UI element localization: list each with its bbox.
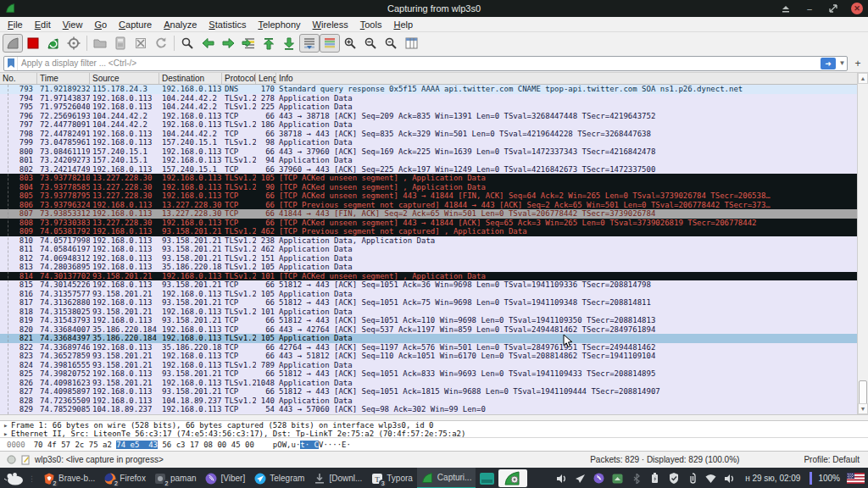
detail-ethernet-row[interactable]: ▸Ethernet II, Src: LiteonTe_56:c3:17 (74…	[3, 430, 868, 437]
packet-bytes-pane[interactable]: 0000 70 4f 57 2c 75 a2 74 e5 43 56 c3 17…	[0, 437, 868, 451]
packet-row-793[interactable]: 79371.921892322115.178.24.3192.168.0.113…	[0, 85, 868, 94]
packet-row-828[interactable]: 82874.723655096192.168.0.113104.18.89.23…	[0, 396, 868, 406]
packet-row-797[interactable]: 79772.447780916104.244.42.2192.168.0.113…	[0, 120, 868, 130]
taskbar-item-typora[interactable]: T3Typora	[366, 468, 417, 488]
resize-columns-button[interactable]	[401, 34, 421, 53]
colorize-packets-button[interactable]	[320, 34, 340, 53]
expand-arrow-icon[interactable]: ▸	[3, 430, 11, 437]
packet-row-818[interactable]: 81874.31538025893.158.201.21192.168.0.11…	[0, 308, 868, 317]
first-packet-button[interactable]	[259, 34, 279, 53]
packet-row-826[interactable]: 82674.40981623593.158.201.21192.168.0.11…	[0, 379, 868, 388]
menu-statistics[interactable]: Statistics	[203, 19, 252, 30]
packet-row-804[interactable]: 80473.93778585813.227.228.30192.168.0.11…	[0, 183, 868, 192]
zoom-in-button[interactable]	[340, 34, 360, 53]
zoom-original-button[interactable]	[381, 34, 401, 53]
capture-options-button[interactable]	[64, 34, 84, 53]
save-file-button[interactable]	[110, 34, 131, 53]
menu-capture[interactable]: Capture	[113, 19, 158, 30]
column-header-length[interactable]: Length	[256, 73, 276, 84]
packet-row-822[interactable]: 82274.336897464192.168.0.11335.186.220.1…	[0, 343, 868, 352]
restart-capture-button[interactable]	[43, 34, 64, 53]
expand-arrow-icon[interactable]: ▸	[3, 421, 11, 430]
packet-row-810[interactable]: 81074.057179980192.168.0.11393.158.201.2…	[0, 236, 868, 246]
add-filter-button[interactable]: +	[851, 57, 865, 70]
stop-capture-button[interactable]	[23, 34, 43, 53]
battery-tray-icon[interactable]	[648, 472, 661, 485]
menu-telephony[interactable]: Telephony	[252, 19, 306, 30]
taskbar-item-brave[interactable]: 2Brave-b...	[38, 468, 99, 488]
taskbar-item-viber[interactable]: [Viber]	[201, 468, 250, 488]
zoom-out-button[interactable]	[360, 34, 381, 53]
column-header-destination[interactable]: Destination	[159, 73, 222, 84]
menu-analyze[interactable]: Analyze	[158, 19, 203, 30]
menu-go[interactable]: Go	[88, 19, 113, 30]
open-file-button[interactable]	[90, 34, 110, 53]
packet-row-825[interactable]: 82574.398207524192.168.0.11393.158.201.2…	[0, 369, 868, 379]
taskbar-item-firefox[interactable]: 2Firefox	[99, 468, 150, 488]
column-header-info[interactable]: Info	[276, 73, 868, 84]
packet-row-808[interactable]: 80873.97330383713.227.228.30192.168.0.11…	[0, 219, 868, 228]
last-packet-button[interactable]	[279, 34, 299, 53]
scroll-down-arrow-icon[interactable]: ▼	[858, 403, 868, 414]
menu-tools[interactable]: Tools	[354, 19, 388, 30]
close-window-button[interactable]: ✕	[851, 3, 863, 14]
packet-row-796[interactable]: 79672.256961937104.244.42.2192.168.0.113…	[0, 112, 868, 121]
packet-row-795[interactable]: 79571.975260402192.168.0.113104.244.42.2…	[0, 103, 868, 112]
volume-icon[interactable]	[555, 472, 568, 485]
packet-row-809[interactable]: 80974.053817922192.168.0.11393.158.201.2…	[0, 227, 868, 236]
profile-text[interactable]: Profile: Default	[804, 455, 860, 464]
column-header-protocol[interactable]: Protocol	[222, 73, 256, 84]
clipboard-tray-icon[interactable]	[686, 472, 698, 485]
minimize-window-button[interactable]: –	[804, 3, 815, 14]
us-flag-keyboard-layout-icon[interactable]	[846, 472, 865, 485]
menu-edit[interactable]: Edit	[29, 19, 57, 30]
packet-row-814[interactable]: 81474.30137702093.158.201.21192.168.0.11…	[0, 272, 868, 281]
close-file-button[interactable]	[131, 34, 151, 53]
screenshot-tray-icon[interactable]	[611, 472, 624, 485]
applications-menu-button[interactable]	[3, 470, 25, 487]
go-to-packet-button[interactable]	[238, 34, 259, 53]
packet-row-817[interactable]: 81774.313628809192.168.0.11393.158.201.2…	[0, 298, 868, 308]
packet-row-815[interactable]: 81574.301452268192.168.0.11393.158.201.2…	[0, 280, 868, 290]
menu-file[interactable]: File	[2, 19, 29, 30]
auto-scroll-button[interactable]	[299, 34, 320, 53]
display-filter-input[interactable]	[18, 58, 821, 68]
packet-row-802[interactable]: 80273.242147496192.168.0.113157.240.15.1…	[0, 165, 868, 175]
wireshark-capture-options-chip[interactable]	[498, 469, 528, 488]
packet-row-798[interactable]: 79872.447824913192.168.0.113104.244.42.2…	[0, 130, 868, 139]
packet-row-811[interactable]: 81174.058461979192.168.0.11393.158.201.2…	[0, 245, 868, 254]
volume-icon-2[interactable]	[723, 472, 736, 485]
packet-row-800[interactable]: 80073.084611193157.240.15.1192.168.0.113…	[0, 147, 868, 157]
packet-row-799[interactable]: 79973.047859610192.168.0.113157.240.15.1…	[0, 138, 868, 147]
shield-check-tray-icon[interactable]	[667, 472, 680, 485]
capture-comment-icon[interactable]	[21, 455, 30, 465]
start-capture-button[interactable]	[3, 34, 23, 53]
column-header-time[interactable]: Time	[37, 73, 90, 84]
packet-list-scrollbar[interactable]: ▲ ▼	[857, 73, 868, 414]
wifi-tray-icon[interactable]	[704, 472, 717, 485]
packet-row-812[interactable]: 81274.069483120192.168.0.11393.158.201.2…	[0, 254, 868, 263]
scroll-up-arrow-icon[interactable]: ▲	[858, 73, 868, 84]
packet-row-803[interactable]: 80373.93778210313.227.228.30192.168.0.11…	[0, 174, 868, 183]
shade-window-button[interactable]	[780, 3, 792, 14]
packet-row-813[interactable]: 81374.280368959192.168.0.11335.186.220.1…	[0, 263, 868, 272]
packet-row-820[interactable]: 82074.33684007135.186.220.184192.168.0.1…	[0, 325, 868, 335]
telegram-tray-icon[interactable]	[574, 472, 587, 485]
packet-row-807[interactable]: 80773.938533125192.168.0.11313.227.228.3…	[0, 209, 868, 219]
bluetooth-tray-icon[interactable]	[630, 472, 643, 485]
detail-frame-row[interactable]: ▸Frame 1: 66 bytes on wire (528 bits), 6…	[3, 421, 868, 430]
packet-row-823[interactable]: 82374.36527859993.158.201.21192.168.0.11…	[0, 352, 868, 361]
maximize-window-button[interactable]	[827, 3, 839, 14]
packet-row-819[interactable]: 81974.315437936192.168.0.11393.158.201.2…	[0, 316, 868, 325]
packet-row-794[interactable]: 79471.971438373192.168.0.113104.244.42.2…	[0, 94, 868, 103]
packet-row-801[interactable]: 80173.242092739157.240.15.1192.168.0.113…	[0, 156, 868, 165]
menu-help[interactable]: Help	[387, 19, 419, 30]
packet-row-829[interactable]: 82974.785290850104.18.89.237192.168.0.11…	[0, 405, 868, 414]
menu-view[interactable]: View	[57, 19, 89, 30]
menu-wireless[interactable]: Wireless	[307, 19, 354, 30]
next-packet-button[interactable]	[218, 34, 238, 53]
reload-file-button[interactable]	[151, 34, 171, 53]
find-packet-button[interactable]	[177, 34, 198, 53]
clock[interactable]: н 29 ѕю, 02:09	[745, 474, 800, 483]
previous-packet-button[interactable]	[198, 34, 218, 53]
